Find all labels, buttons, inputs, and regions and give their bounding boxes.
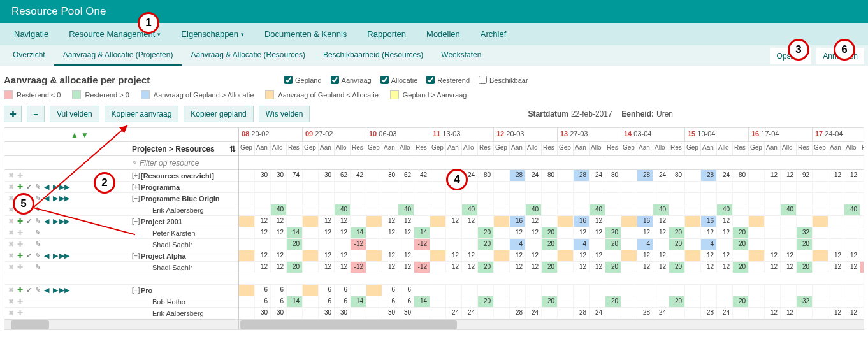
cell[interactable]: -1 [860,170,864,182]
cell[interactable] [239,193,255,204]
cell[interactable]: 12 [653,250,669,262]
cell[interactable] [494,296,510,308]
cell[interactable] [239,239,255,250]
cell[interactable] [319,193,335,204]
cell[interactable]: 12 [828,250,844,262]
cell[interactable] [319,239,335,250]
cell[interactable] [558,227,574,239]
cell[interactable]: -1 [860,262,864,273]
cell[interactable] [430,262,446,273]
cell[interactable] [446,285,462,296]
cell[interactable]: 12 [526,227,542,239]
cell[interactable] [813,204,828,216]
cell[interactable]: 12 [319,262,335,273]
tree-toggle[interactable]: [+] [132,183,140,190]
cell[interactable] [494,182,510,193]
cell[interactable]: 24 [717,170,733,182]
cell[interactable]: 20 [733,227,749,239]
cell[interactable] [462,193,478,204]
cell[interactable] [637,204,653,216]
cell[interactable] [446,193,462,204]
cell[interactable]: 12 [446,250,462,262]
cell[interactable] [749,250,765,262]
cell[interactable] [765,216,781,227]
cell[interactable] [781,227,797,239]
cell[interactable] [303,227,319,239]
cell[interactable]: 12 [828,262,844,273]
cell[interactable] [239,250,255,262]
cell[interactable] [558,204,574,216]
cell[interactable]: 30 [255,170,271,182]
cell[interactable] [430,216,446,227]
cell[interactable] [717,239,733,250]
cell[interactable] [430,250,446,262]
cell[interactable] [255,204,271,216]
cell[interactable] [446,204,462,216]
cell[interactable] [781,239,797,250]
cell[interactable] [749,285,765,296]
cell[interactable] [605,285,621,296]
cell[interactable]: 12 [765,262,781,273]
cell[interactable]: 12 [319,216,335,227]
cell[interactable] [478,182,494,193]
row-name[interactable]: [−]Pro [129,285,238,296]
cell[interactable] [637,296,653,308]
cell[interactable]: 14 [414,296,430,308]
row-actions[interactable]: ✖✚ ✎ [4,262,129,273]
cell[interactable]: 6 [382,296,398,308]
cell[interactable] [813,285,828,296]
cell[interactable] [669,285,685,296]
cell[interactable] [637,182,653,193]
row-actions[interactable]: ✖✚✔✎◀▶▶▶ [4,250,129,261]
cell[interactable] [462,285,478,296]
cell[interactable]: 14 [287,227,303,239]
cell[interactable] [303,308,319,319]
cell[interactable] [621,250,637,262]
cell[interactable] [494,285,510,296]
cell[interactable] [303,182,319,193]
cell[interactable] [351,182,366,193]
cell[interactable]: 24 [526,170,542,182]
cell[interactable]: 20 [797,239,813,250]
cell[interactable]: 16 [574,216,590,227]
cell[interactable] [366,285,382,296]
cell[interactable] [828,182,844,193]
cell[interactable] [255,239,271,250]
cell[interactable] [590,239,605,250]
cell[interactable] [749,227,765,239]
cell[interactable]: 6 [398,296,414,308]
cell[interactable]: 12 [637,250,653,262]
cell[interactable]: 62 [398,170,414,182]
cell[interactable]: 12 [398,227,414,239]
subnav-item-1[interactable]: Aanvraag & Allocatie (Projecten) [54,45,182,66]
row-name[interactable]: [−]Project 2001 [129,216,238,227]
cell[interactable] [558,250,574,262]
filter-0[interactable]: Gepland [284,76,322,84]
cell[interactable]: 12 [844,262,860,273]
cell[interactable] [685,204,701,216]
cell[interactable]: 12 [271,227,287,239]
cell[interactable]: 28 [574,170,590,182]
collapse-all-button[interactable]: − [27,106,45,122]
cell[interactable] [430,296,446,308]
cell[interactable]: 30 [271,308,287,319]
row-name[interactable]: [+][Resources overzicht] [129,170,238,181]
cell[interactable] [542,250,558,262]
cell[interactable]: 12 [765,250,781,262]
cell[interactable] [366,239,382,250]
cell[interactable]: 24 [590,308,605,319]
cell[interactable] [351,250,366,262]
cell[interactable] [621,262,637,273]
cell[interactable] [414,204,430,216]
cell[interactable]: 28 [637,170,653,182]
cell[interactable]: 12 [319,227,335,239]
row-actions[interactable]: ✖✚ [4,308,129,319]
cell[interactable]: 30 [398,308,414,319]
cell[interactable] [797,204,813,216]
cell[interactable] [813,262,828,273]
cell[interactable] [765,182,781,193]
cell[interactable] [510,182,526,193]
cell[interactable] [860,182,864,193]
cell[interactable] [653,193,669,204]
cell[interactable] [510,285,526,296]
